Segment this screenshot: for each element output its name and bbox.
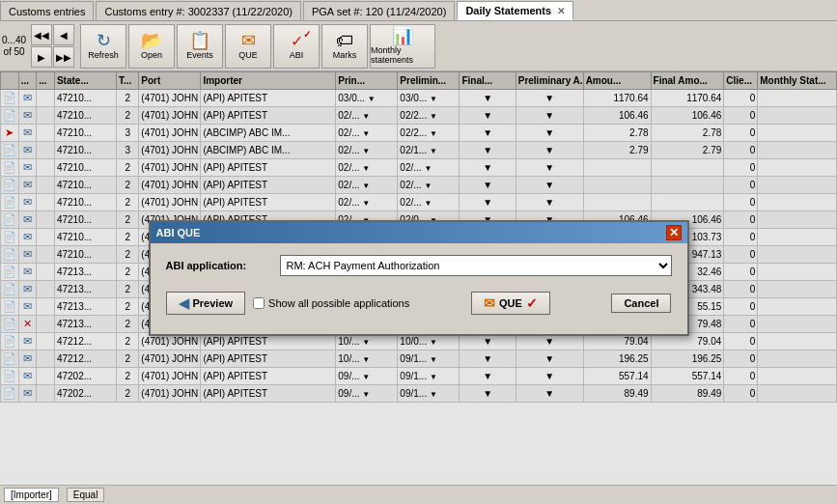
preview-icon: ◀ <box>179 295 189 311</box>
toolbar: 0...40 of 50 ◀◀ ◀ ▶ ▶▶ ↻ Refresh 📂 Open … <box>0 21 837 71</box>
show-all-checkbox[interactable] <box>253 297 265 309</box>
marks-label: Marks <box>333 50 357 60</box>
tab-label: PGA set #: 120 (11/24/2020) <box>312 6 446 17</box>
nav-of: of 50 <box>3 46 24 58</box>
abi-label: ABI <box>290 50 304 60</box>
tab-customs-entry[interactable]: Customs entry #: 3002337 (11/22/2020) <box>96 1 300 20</box>
abi-application-select[interactable]: RM: ACH Payment Authorization <box>280 255 672 276</box>
tab-pga-set[interactable]: PGA set #: 120 (11/24/2020) <box>303 1 455 20</box>
modal-titlebar: ABI QUE ✕ <box>151 222 687 243</box>
show-all-row: Show all possible applications <box>253 297 409 309</box>
nav-prev-button[interactable]: ◀ <box>53 24 74 45</box>
status-tab-importer[interactable]: [Importer] <box>4 488 59 502</box>
nav-next-button[interactable]: ▶ <box>31 46 52 68</box>
tab-label: Customs entry #: 3002337 (11/22/2020) <box>104 6 292 17</box>
refresh-icon: ↻ <box>97 32 111 49</box>
nav-first-button[interactable]: ◀◀ <box>31 24 52 45</box>
open-button[interactable]: 📂 Open <box>128 24 175 69</box>
que-checkmark-icon: ✓ <box>526 295 538 311</box>
open-label: Open <box>141 50 162 60</box>
events-icon: 📋 <box>189 32 210 49</box>
cancel-label: Cancel <box>624 297 658 309</box>
preview-button[interactable]: ◀ Preview <box>166 292 246 315</box>
que-action-label: QUE <box>499 297 522 309</box>
modal-body: ABI application: RM: ACH Payment Authori… <box>151 243 687 334</box>
tab-label: Daily Statements <box>465 5 551 16</box>
nav-last-button[interactable]: ▶▶ <box>53 46 74 68</box>
modal-title: ABI QUE <box>156 227 201 238</box>
que-label: QUE <box>238 50 258 60</box>
que-action-button[interactable]: ✉ QUE ✓ <box>471 292 550 315</box>
tab-close-icon[interactable]: ✕ <box>557 6 565 16</box>
marks-icon: 🏷 <box>336 32 353 49</box>
grid-container: ... ... State... T... Port Importer Prin… <box>0 71 837 485</box>
que-action-icon: ✉ <box>484 295 495 311</box>
abi-button[interactable]: ✓ ✓ ABI <box>273 24 320 69</box>
status-bar: [Importer] Equal <box>0 485 837 504</box>
modal-overlay: ABI QUE ✕ ABI application: RM: ACH Payme… <box>0 71 837 485</box>
events-label: Events <box>186 50 213 60</box>
monthly-statements-icon: 📊 <box>392 27 413 44</box>
abi-application-label: ABI application: <box>166 260 272 271</box>
nav-controls: 0...40 of 50 ◀◀ ◀ ▶ ▶▶ <box>2 24 74 68</box>
modal-actions: ◀ Preview Show all possible applications… <box>166 288 672 322</box>
abi-application-row: ABI application: RM: ACH Payment Authori… <box>166 255 672 276</box>
refresh-button[interactable]: ↻ Refresh <box>80 24 126 69</box>
status-tab-equal[interactable]: Equal <box>67 488 105 502</box>
tab-label: Customs entries <box>9 6 85 17</box>
refresh-label: Refresh <box>88 50 119 60</box>
monthly-statements-button[interactable]: 📊 Monthly statements <box>370 24 435 69</box>
nav-range: 0...40 <box>2 35 26 46</box>
preview-label: Preview <box>193 297 234 309</box>
open-icon: 📂 <box>141 32 162 49</box>
monthly-statements-label: Monthly statements <box>371 45 434 65</box>
tab-bar: Customs entries Customs entry #: 3002337… <box>0 0 837 21</box>
events-button[interactable]: 📋 Events <box>177 24 223 69</box>
cancel-button[interactable]: Cancel <box>611 294 671 313</box>
que-button[interactable]: ✉ QUE <box>225 24 271 69</box>
tab-customs-entries[interactable]: Customs entries <box>0 1 94 20</box>
modal-close-button[interactable]: ✕ <box>666 225 682 240</box>
marks-button[interactable]: 🏷 Marks <box>321 24 368 69</box>
abi-icon: ✓ ✓ <box>291 32 303 49</box>
show-all-label: Show all possible applications <box>268 297 409 309</box>
abi-que-modal: ABI QUE ✕ ABI application: RM: ACH Payme… <box>149 220 689 336</box>
que-icon: ✉ <box>241 32 256 49</box>
tab-daily-statements[interactable]: Daily Statements ✕ <box>457 1 573 20</box>
